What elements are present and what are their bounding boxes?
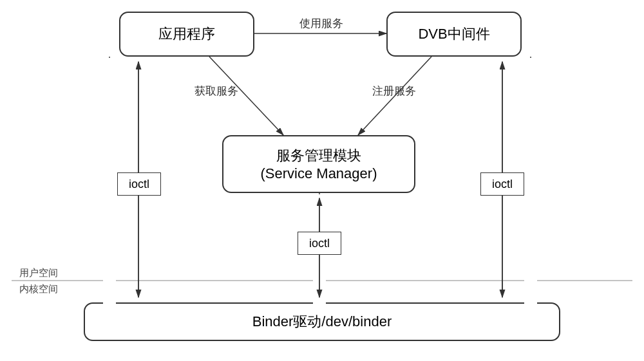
svg-rect-11 bbox=[103, 58, 116, 306]
app-box: 应用程序 bbox=[119, 12, 254, 57]
svcmgr-line2: (Service Manager) bbox=[261, 165, 377, 182]
dvb-label: DVB中间件 bbox=[418, 24, 489, 44]
get-service-label: 获取服务 bbox=[194, 84, 238, 98]
kernel-space-label: 内核空间 bbox=[19, 283, 58, 295]
ioctl-center-2: ioctl bbox=[298, 232, 341, 255]
svcmgr-line1: 服务管理模块 bbox=[276, 146, 361, 165]
use-service-label: 使用服务 bbox=[299, 16, 343, 31]
ioctl-left-2: ioctl bbox=[117, 172, 161, 196]
user-space-label: 用户空间 bbox=[19, 267, 58, 279]
app-label: 应用程序 bbox=[158, 24, 215, 44]
ioctl-right-label-2: ioctl bbox=[492, 178, 513, 191]
ioctl-left-label-2: ioctl bbox=[129, 178, 149, 191]
ioctl-right-2: ioctl bbox=[480, 172, 524, 196]
binder-label: Binder驱动/dev/binder bbox=[252, 312, 392, 331]
dvb-box: DVB中间件 bbox=[386, 12, 522, 57]
service-manager-box: 服务管理模块 (Service Manager) bbox=[222, 135, 415, 193]
svg-rect-12 bbox=[524, 58, 537, 306]
ioctl-center-label-2: ioctl bbox=[309, 237, 330, 250]
binder-box: Binder驱动/dev/binder bbox=[84, 302, 560, 341]
register-service-label: 注册服务 bbox=[372, 84, 416, 98]
